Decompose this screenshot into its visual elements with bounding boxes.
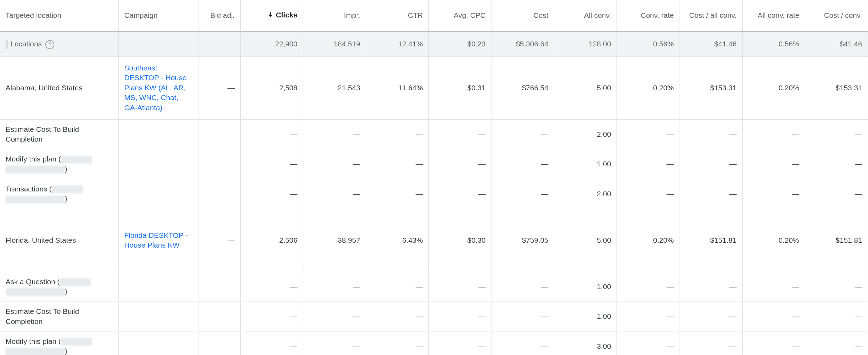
sub-row: Modify this plan ()—————3.00————: [0, 331, 868, 355]
table-row[interactable]: Alabama, United StatesSoutheast DESKTOP …: [0, 56, 868, 119]
help-icon[interactable]: ?: [45, 40, 54, 49]
summary-avg-cpc: $0.23: [429, 31, 491, 56]
sub-impr: —: [303, 119, 366, 149]
redacted-text: [61, 156, 92, 164]
sub-all-conv: 2.00: [554, 179, 617, 209]
cell-campaign: Southeast DESKTOP - House Plans KW (AL, …: [118, 56, 199, 119]
col-cost[interactable]: Cost: [491, 0, 554, 31]
redacted-text: [6, 166, 65, 173]
col-conv-rate[interactable]: Conv. rate: [617, 0, 680, 31]
cell-cost: $766.54: [491, 56, 554, 119]
sub-ctr: —: [366, 302, 429, 332]
sub-avg-cpc: —: [429, 179, 491, 209]
col-targeted-location[interactable]: Targeted location: [0, 0, 118, 31]
cell-bid-adj: —: [199, 209, 240, 272]
sub-impr: —: [303, 272, 366, 302]
close-paren: ): [65, 195, 67, 203]
sub-avg-cpc: —: [429, 302, 491, 332]
cell-all-conv-rate: 0.20%: [742, 209, 805, 272]
summary-label-text: Locations: [10, 40, 42, 48]
sub-conv-rate: —: [617, 302, 680, 332]
col-all-conv[interactable]: All conv.: [554, 0, 617, 31]
sub-all-conv: 1.00: [554, 149, 617, 179]
col-cost-per-conv[interactable]: Cost / conv.: [805, 0, 868, 31]
sub-row: Ask a Question ()—————1.00————: [0, 272, 868, 302]
redacted-text: [60, 278, 91, 286]
cell-cost-all-conv: $151.81: [680, 209, 742, 272]
sub-impr: —: [303, 302, 366, 332]
sub-bid-adj: [199, 331, 240, 355]
col-avg-cpc[interactable]: Avg. CPC: [429, 0, 491, 31]
col-cost-all-conv[interactable]: Cost / all conv.: [680, 0, 742, 31]
sub-impr: —: [303, 179, 366, 209]
sub-clicks: —: [240, 331, 303, 355]
sub-cost: —: [491, 331, 554, 355]
cell-all-conv-rate: 0.20%: [742, 56, 805, 119]
sub-clicks: —: [240, 119, 303, 149]
sub-clicks: —: [240, 179, 303, 209]
sub-label-text: Estimate Cost To Build Completion: [6, 125, 79, 143]
col-clicks-label: Clicks: [276, 11, 297, 19]
sub-impr: —: [303, 331, 366, 355]
sub-cost-all-conv: —: [680, 272, 742, 302]
cell-clicks: 2,508: [240, 56, 303, 119]
campaign-link[interactable]: Florida DESKTOP - House Plans KW: [124, 231, 188, 249]
sub-bid-adj: [199, 179, 240, 209]
sub-impr: —: [303, 149, 366, 179]
sub-label: Estimate Cost To Build Completion: [0, 302, 118, 332]
redacted-text: [6, 348, 65, 355]
cell-bid-adj: —: [199, 56, 240, 119]
cell-impr: 21,543: [303, 56, 366, 119]
cell-clicks: 2,506: [240, 209, 303, 272]
sub-campaign: [118, 331, 199, 355]
sub-all-conv: 1.00: [554, 302, 617, 332]
sub-all-conv-rate: —: [742, 302, 805, 332]
sub-avg-cpc: —: [429, 331, 491, 355]
sub-ctr: —: [366, 149, 429, 179]
col-ctr[interactable]: CTR: [366, 0, 429, 31]
col-all-conv-rate[interactable]: All conv. rate: [742, 0, 805, 31]
sub-label: Transactions (): [0, 179, 118, 209]
sub-avg-cpc: —: [429, 119, 491, 149]
cell-impr: 38,957: [303, 209, 366, 272]
cell-campaign: Florida DESKTOP - House Plans KW: [118, 209, 199, 272]
sub-label-text: Modify this plan (: [6, 337, 61, 345]
sub-bid-adj: [199, 272, 240, 302]
sub-bid-adj: [199, 149, 240, 179]
col-clicks[interactable]: Clicks: [240, 0, 303, 31]
sub-conv-rate: —: [617, 331, 680, 355]
cell-location: Florida, United States: [0, 209, 118, 272]
sub-label: Ask a Question (): [0, 272, 118, 302]
sub-cost: —: [491, 272, 554, 302]
summary-ctr: 12.41%: [366, 31, 429, 56]
sub-cost-per-conv: —: [805, 302, 868, 332]
cell-cost: $759.05: [491, 209, 554, 272]
col-bid-adj[interactable]: Bid adj.: [199, 0, 240, 31]
sub-row: Modify this plan ()—————1.00————: [0, 149, 868, 179]
cell-all-conv: 5.00: [554, 209, 617, 272]
sub-ctr: —: [366, 272, 429, 302]
sub-campaign: [118, 179, 199, 209]
sub-clicks: —: [240, 149, 303, 179]
summary-all-conv: 128.00: [554, 31, 617, 56]
sub-cost-per-conv: —: [805, 179, 868, 209]
table-row[interactable]: Florida, United StatesFlorida DESKTOP - …: [0, 209, 868, 272]
sub-cost-all-conv: —: [680, 331, 742, 355]
col-campaign[interactable]: Campaign: [118, 0, 199, 31]
sub-cost-all-conv: —: [680, 302, 742, 332]
sub-clicks: —: [240, 272, 303, 302]
cell-cost-all-conv: $153.31: [680, 56, 742, 119]
sub-row: Estimate Cost To Build Completion—————2.…: [0, 119, 868, 149]
sub-label-text: Modify this plan (: [6, 155, 61, 163]
sub-all-conv: 3.00: [554, 331, 617, 355]
sub-all-conv-rate: —: [742, 272, 805, 302]
sub-cost: —: [491, 179, 554, 209]
cell-ctr: 6.43%: [366, 209, 429, 272]
campaign-link[interactable]: Southeast DESKTOP - House Plans KW (AL, …: [124, 64, 187, 111]
sub-label: Modify this plan (): [0, 149, 118, 179]
col-impr[interactable]: Impr.: [303, 0, 366, 31]
sub-label-text: Ask a Question (: [6, 278, 60, 286]
summary-cost: $5,306.64: [491, 31, 554, 56]
sub-cost-all-conv: —: [680, 119, 742, 149]
sub-campaign: [118, 272, 199, 302]
